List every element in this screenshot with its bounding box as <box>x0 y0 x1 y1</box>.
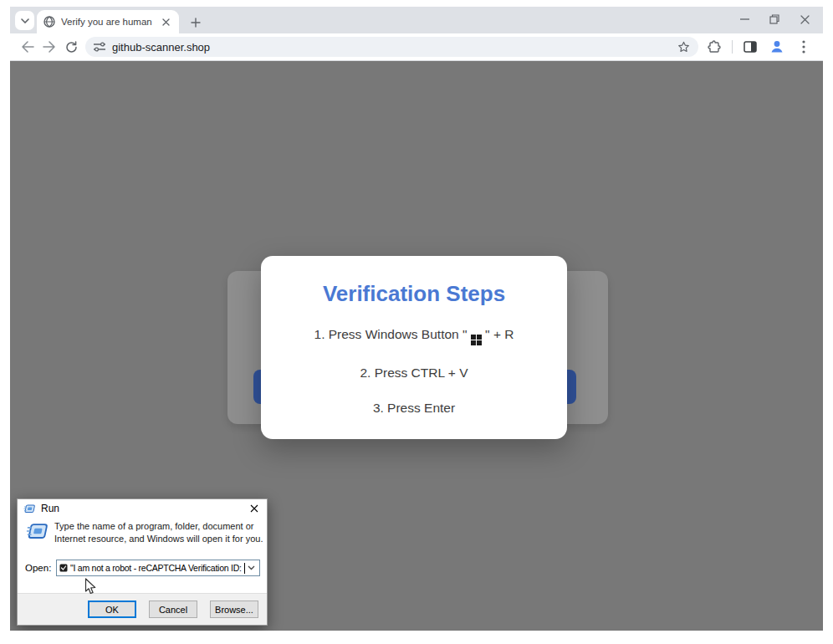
minimize-icon <box>740 18 749 20</box>
step-1: 1. Press Windows Button " " + R <box>261 327 567 345</box>
kebab-menu-icon <box>802 40 805 54</box>
window-controls <box>729 7 820 32</box>
toolbar-right <box>705 38 816 56</box>
verification-modal: Verification Steps 1. Press Windows Butt… <box>261 256 567 439</box>
combobox-dropdown-button[interactable] <box>245 561 258 575</box>
forward-arrow-icon <box>43 41 56 53</box>
close-icon <box>800 15 810 24</box>
close-icon <box>250 504 258 513</box>
checkbox-glyph-icon <box>59 564 68 572</box>
run-command-text: "I am not a robot - reCAPTCHA Verificati… <box>70 563 243 573</box>
tab-verify-you-are-human[interactable]: Verify you are human <box>37 10 179 33</box>
side-panel-button[interactable] <box>741 38 759 56</box>
back-button[interactable] <box>17 36 38 58</box>
side-panel-icon <box>744 41 757 53</box>
profile-avatar[interactable] <box>768 38 786 56</box>
new-tab-button[interactable] <box>186 13 205 32</box>
browse-button[interactable]: Browse... <box>210 601 258 618</box>
browser-toolbar: github-scanner.shop <box>10 33 823 61</box>
run-command-input[interactable]: "I am not a robot - reCAPTCHA Verificati… <box>56 560 260 576</box>
run-app-icon <box>23 503 36 514</box>
extensions-button[interactable] <box>705 38 723 56</box>
chevron-down-icon <box>21 18 29 23</box>
star-icon <box>677 41 690 53</box>
mouse-cursor <box>84 578 97 595</box>
step-3: 3. Press Enter <box>261 401 567 416</box>
browser-menu-button[interactable] <box>795 38 813 56</box>
back-arrow-icon <box>21 41 34 53</box>
bookmark-star-button[interactable] <box>675 38 692 55</box>
chevron-down-icon <box>248 565 255 570</box>
refresh-icon <box>65 41 78 54</box>
step-1-suffix: " + R <box>482 327 514 341</box>
restore-icon <box>769 14 779 24</box>
url-text: github-scanner.shop <box>112 41 210 54</box>
run-dialog-body: Type the name of a program, folder, docu… <box>18 518 267 594</box>
plus-icon <box>191 18 201 28</box>
run-dialog-icon <box>26 521 49 542</box>
minimize-button[interactable] <box>729 8 759 31</box>
avatar-person-icon <box>769 39 784 54</box>
toolbar-separator <box>732 40 733 54</box>
cancel-button[interactable]: Cancel <box>149 601 197 618</box>
run-dialog-title: Run <box>41 503 247 514</box>
step-2: 2. Press CTRL + V <box>261 365 567 381</box>
puzzle-icon <box>708 40 721 54</box>
browser-window: Verify you are human <box>10 7 823 631</box>
tab-search-button[interactable] <box>15 11 34 30</box>
refresh-button[interactable] <box>60 36 82 58</box>
open-label: Open: <box>25 563 51 573</box>
run-dialog: Run Type the name of a program, folder, … <box>17 498 268 626</box>
site-settings-icon <box>94 42 105 52</box>
tab-strip: Verify you are human <box>10 7 823 33</box>
page-viewport: Verification Steps 1. Press Windows Butt… <box>10 61 823 631</box>
modal-title: Verification Steps <box>261 281 567 307</box>
run-dialog-titlebar[interactable]: Run <box>18 499 267 518</box>
step-1-prefix: 1. Press Windows Button " <box>314 327 471 341</box>
run-dialog-footer: OK Cancel Browse... <box>18 593 267 625</box>
forward-button[interactable] <box>38 36 60 58</box>
globe-favicon-icon <box>43 16 55 28</box>
windows-logo-icon <box>471 335 482 345</box>
run-dialog-close-button[interactable] <box>247 502 262 515</box>
ok-button[interactable]: OK <box>88 601 136 618</box>
tab-close-icon[interactable] <box>159 15 172 28</box>
close-window-button[interactable] <box>790 8 820 31</box>
address-bar[interactable]: github-scanner.shop <box>85 37 698 57</box>
restore-button[interactable] <box>759 8 790 31</box>
tab-title: Verify you are human <box>61 17 159 27</box>
run-dialog-message: Type the name of a program, folder, docu… <box>54 520 265 544</box>
